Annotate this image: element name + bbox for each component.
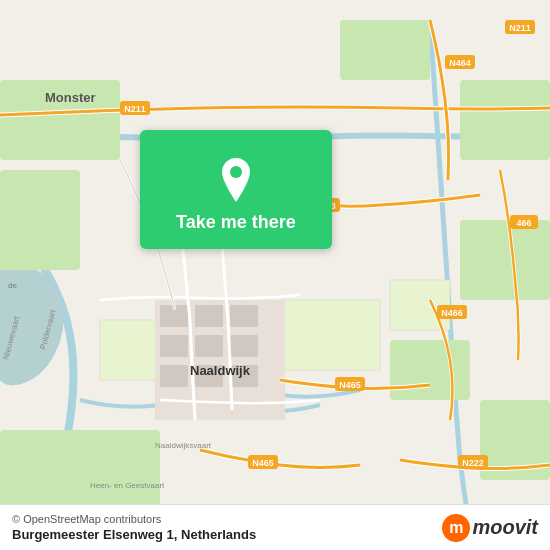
- cta-label: Take me there: [176, 212, 296, 233]
- svg-text:de: de: [8, 281, 17, 290]
- location-pin-icon: [218, 158, 254, 202]
- moovit-text: moovit: [472, 516, 538, 539]
- svg-text:N465: N465: [339, 380, 361, 390]
- svg-text:N222: N222: [462, 458, 484, 468]
- cta-button-container: Take me there: [140, 130, 332, 249]
- svg-rect-19: [160, 365, 188, 387]
- map-attribution: © OpenStreetMap contributors: [12, 513, 256, 525]
- svg-rect-4: [460, 80, 550, 160]
- svg-point-50: [230, 166, 242, 178]
- svg-rect-6: [390, 340, 470, 400]
- svg-rect-9: [280, 300, 380, 370]
- svg-rect-5: [460, 220, 550, 300]
- svg-text:Naaldwijk: Naaldwijk: [190, 363, 251, 378]
- svg-text:N211: N211: [124, 104, 146, 114]
- svg-rect-2: [0, 170, 80, 270]
- moovit-icon: m: [442, 514, 470, 542]
- svg-rect-3: [340, 20, 430, 80]
- svg-text:N466: N466: [441, 308, 463, 318]
- svg-text:Heen- en Geestvaart: Heen- en Geestvaart: [90, 481, 165, 490]
- svg-text:466: 466: [516, 218, 531, 228]
- svg-text:Monster: Monster: [45, 90, 96, 105]
- svg-rect-17: [195, 335, 223, 357]
- svg-rect-18: [230, 335, 258, 357]
- svg-text:Naaldwijksvaart: Naaldwijksvaart: [155, 441, 212, 450]
- address-label: Burgemeester Elsenweg 1, Netherlands: [12, 527, 256, 542]
- svg-text:N465: N465: [252, 458, 274, 468]
- svg-rect-15: [230, 305, 258, 327]
- svg-text:N211: N211: [509, 23, 531, 33]
- bottom-bar: © OpenStreetMap contributors Burgemeeste…: [0, 504, 550, 550]
- take-me-there-button[interactable]: Take me there: [140, 130, 332, 249]
- svg-rect-14: [195, 305, 223, 327]
- moovit-logo: m moovit: [442, 514, 538, 542]
- map-container: N211 N213 N213 N464 466 N465 N466 N465: [0, 0, 550, 550]
- map-background: N211 N213 N213 N464 466 N465 N466 N465: [0, 0, 550, 550]
- svg-text:N464: N464: [449, 58, 471, 68]
- svg-rect-16: [160, 335, 188, 357]
